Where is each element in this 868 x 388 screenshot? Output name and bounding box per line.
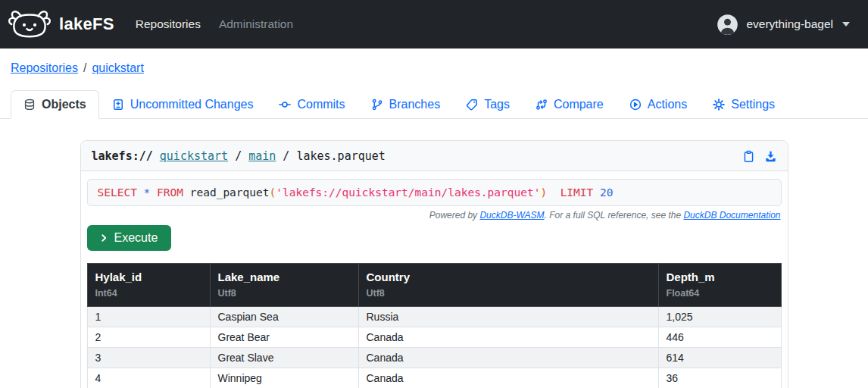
cell-hylak-id: 3 bbox=[87, 348, 210, 368]
branch-icon bbox=[371, 99, 383, 111]
breadcrumb-repositories-link[interactable]: Repositories bbox=[11, 61, 78, 74]
nav-item-repositories[interactable]: Repositories bbox=[136, 17, 201, 31]
table-row: 3 Great Slave Canada 614 bbox=[87, 348, 781, 368]
cell-depth-m: 1,025 bbox=[658, 307, 781, 327]
repository-tabs: Objects Uncommitted Changes Commits Bran… bbox=[0, 90, 868, 119]
column-name: Depth_m bbox=[667, 271, 773, 283]
database-icon bbox=[23, 99, 36, 111]
cell-country: Russia bbox=[358, 307, 658, 327]
breadcrumb-repo-link[interactable]: quickstart bbox=[92, 61, 143, 74]
path-separator: / bbox=[276, 149, 296, 163]
tab-tags-label: Tags bbox=[484, 98, 510, 111]
table-row: 4 Winnipeg Canada 36 bbox=[87, 368, 781, 388]
column-name: Hylak_id bbox=[95, 271, 202, 283]
column-type: Int64 bbox=[95, 288, 202, 299]
column-type: Float64 bbox=[667, 288, 773, 299]
column-type: Utf8 bbox=[367, 288, 651, 299]
tab-compare-label: Compare bbox=[554, 98, 604, 111]
tab-uncommitted-changes-label: Uncommitted Changes bbox=[130, 98, 254, 111]
powered-by-middle: . For a full SQL reference, see the bbox=[545, 210, 684, 221]
path-filename: lakes.parquet bbox=[296, 149, 385, 163]
file-diff-icon bbox=[112, 99, 124, 111]
avatar bbox=[717, 14, 738, 36]
tab-settings-label: Settings bbox=[731, 98, 775, 111]
cell-lake-name: Winnipeg bbox=[210, 368, 358, 388]
breadcrumb-separator: / bbox=[83, 61, 86, 74]
cell-depth-m: 446 bbox=[658, 327, 781, 348]
column-name: Country bbox=[367, 271, 651, 283]
sql-function: read_parquet bbox=[190, 186, 270, 199]
path-repo-link[interactable]: quickstart bbox=[160, 149, 228, 163]
lakefs-axolotl-logo-icon bbox=[8, 8, 52, 41]
table-row: 1 Caspian Sea Russia 1,025 bbox=[87, 307, 781, 327]
sql-query-input[interactable]: SELECT * FROM read_parquet('lakefs://qui… bbox=[87, 179, 782, 206]
sql-string-literal: 'lakefs://quickstart/main/lakes.parquet' bbox=[276, 186, 540, 199]
powered-by-note: Powered by DuckDB-WASM. For a full SQL r… bbox=[88, 210, 781, 221]
play-circle-icon bbox=[629, 99, 642, 111]
tab-objects-label: Objects bbox=[42, 98, 86, 111]
tab-branches[interactable]: Branches bbox=[358, 90, 454, 119]
tag-icon bbox=[466, 99, 478, 111]
brand-title: lakeFS bbox=[59, 14, 114, 34]
chevron-right-icon bbox=[101, 233, 108, 242]
column-header: Hylak_id Int64 bbox=[87, 264, 210, 307]
column-header: Country Utf8 bbox=[358, 264, 658, 307]
column-header: Depth_m Float64 bbox=[658, 264, 781, 307]
clipboard-icon bbox=[742, 150, 755, 163]
tab-uncommitted-changes[interactable]: Uncommitted Changes bbox=[99, 90, 267, 119]
tab-settings[interactable]: Settings bbox=[700, 90, 788, 119]
cell-lake-name: Caspian Sea bbox=[210, 307, 358, 327]
sql-keyword-from: FROM bbox=[157, 186, 190, 199]
compare-icon bbox=[535, 99, 548, 111]
breadcrumb: Repositories/quickstart bbox=[11, 61, 868, 75]
cell-country: Canada bbox=[358, 327, 658, 348]
cell-depth-m: 614 bbox=[658, 348, 781, 368]
table-header-row: Hylak_id Int64 Lake_name Utf8 Country Ut… bbox=[87, 264, 781, 307]
top-navbar: lakeFS Repositories Administration every… bbox=[0, 0, 868, 48]
execute-button-label: Execute bbox=[114, 231, 158, 245]
execute-button[interactable]: Execute bbox=[87, 225, 172, 251]
duckdb-wasm-link[interactable]: DuckDB-WASM bbox=[479, 210, 544, 221]
tab-commits-label: Commits bbox=[297, 98, 345, 111]
cell-hylak-id: 1 bbox=[87, 307, 210, 327]
copy-path-button[interactable] bbox=[742, 150, 755, 163]
gear-icon bbox=[713, 99, 725, 111]
column-header: Lake_name Utf8 bbox=[210, 264, 358, 307]
path-branch-link[interactable]: main bbox=[248, 149, 276, 163]
sql-paren-open: ( bbox=[270, 186, 276, 199]
tab-compare[interactable]: Compare bbox=[523, 90, 617, 119]
cell-country: Canada bbox=[358, 368, 658, 388]
sql-number-literal: 20 bbox=[600, 186, 613, 199]
sql-keyword-limit: LIMIT bbox=[547, 186, 600, 199]
nav-item-administration[interactable]: Administration bbox=[219, 17, 293, 31]
sql-keyword-select: SELECT bbox=[98, 186, 144, 199]
object-path: lakefs:// quickstart / main / lakes.parq… bbox=[92, 149, 386, 163]
chevron-down-icon bbox=[842, 22, 850, 27]
commit-icon bbox=[279, 99, 291, 111]
object-viewer-body: SELECT * FROM read_parquet('lakefs://qui… bbox=[81, 171, 788, 388]
cell-depth-m: 36 bbox=[658, 368, 781, 388]
powered-by-prefix: Powered by bbox=[429, 210, 480, 221]
user-menu[interactable]: everything-bagel bbox=[717, 14, 850, 36]
cell-hylak-id: 4 bbox=[87, 368, 210, 388]
duckdb-documentation-link[interactable]: DuckDB Documentation bbox=[683, 210, 780, 221]
tab-tags[interactable]: Tags bbox=[453, 90, 523, 119]
cell-country: Canada bbox=[358, 348, 658, 368]
tab-objects[interactable]: Objects bbox=[11, 90, 99, 119]
tab-actions-label: Actions bbox=[648, 98, 687, 111]
download-object-button[interactable] bbox=[764, 150, 777, 163]
tab-branches-label: Branches bbox=[389, 98, 441, 111]
cell-lake-name: Great Bear bbox=[210, 327, 358, 348]
tab-actions[interactable]: Actions bbox=[617, 90, 700, 119]
table-row: 2 Great Bear Canada 446 bbox=[87, 327, 781, 348]
column-name: Lake_name bbox=[218, 271, 351, 283]
object-path-header: lakefs:// quickstart / main / lakes.parq… bbox=[81, 141, 788, 171]
path-scheme: lakefs:// bbox=[92, 149, 160, 163]
download-icon bbox=[764, 150, 777, 163]
column-type: Utf8 bbox=[218, 288, 351, 299]
path-separator: / bbox=[228, 149, 248, 163]
query-results-table: Hylak_id Int64 Lake_name Utf8 Country Ut… bbox=[87, 263, 782, 388]
sql-paren-close: ) bbox=[540, 186, 547, 199]
cell-hylak-id: 2 bbox=[87, 327, 210, 348]
tab-commits[interactable]: Commits bbox=[266, 90, 358, 119]
